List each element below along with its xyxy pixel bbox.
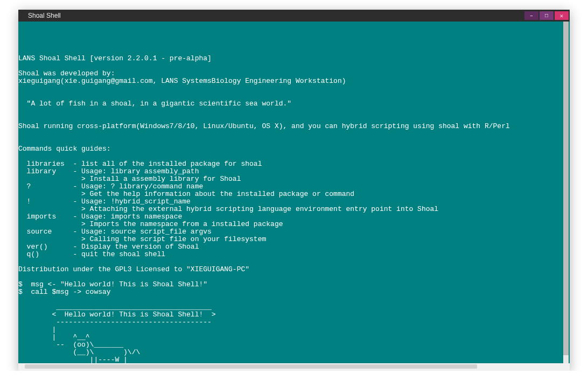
terminal-line <box>18 85 570 93</box>
terminal-line: Distribution under the GPL3 Licensed to … <box>18 266 570 273</box>
close-button[interactable]: ⨉ <box>555 11 569 20</box>
terminal-line: ! - Usage: !hybrid_script_name <box>18 198 570 206</box>
maximize-button[interactable]: □ <box>540 11 554 20</box>
terminal-line <box>18 138 570 145</box>
window-controls: – □ ⨉ <box>524 11 569 20</box>
terminal-line <box>18 153 570 160</box>
terminal-line: Commands quick guides: <box>18 145 570 153</box>
terminal-line: < Hello world! This is Shoal Shell! > <box>18 311 570 319</box>
terminal-line: LANS Shoal Shell [version 2.2.0.1 - pre-… <box>18 55 570 62</box>
terminal-line: q() - quit the shoal shell <box>18 251 570 258</box>
terminal-line: source - Usage: source script_file argvs <box>18 228 570 236</box>
terminal-line: > Install a assembly library for Shoal <box>18 175 570 183</box>
terminal-line: _____________________________________ <box>18 304 570 311</box>
terminal-line <box>18 273 570 281</box>
terminal-line: | ^__^ <box>18 334 570 341</box>
terminal-line: libraries - list all of the installed pa… <box>18 160 570 168</box>
terminal-line: (__)\ )\/\ <box>18 349 570 356</box>
terminal-line: > Attaching the external hybrid scriptin… <box>18 206 570 213</box>
terminal-line: > Imports the namespace from a installed… <box>18 221 570 228</box>
terminal-line <box>18 130 570 138</box>
titlebar: Shoal Shell – □ ⨉ <box>18 10 570 22</box>
terminal-line <box>18 296 570 304</box>
terminal-line <box>18 115 570 123</box>
horizontal-scrollbar-thumb[interactable] <box>25 364 477 369</box>
terminal-line: ||----W | <box>18 356 570 363</box>
app-window: Shoal Shell – □ ⨉ LANS Shoal Shell [vers… <box>18 10 570 371</box>
terminal-output[interactable]: LANS Shoal Shell [version 2.2.0.1 - pre-… <box>18 22 570 363</box>
terminal-line: Shoal was developed by: <box>18 70 570 77</box>
terminal-line: "A lot of fish in a shoal, in a gigantic… <box>18 100 570 108</box>
terminal-line: ------------------------------------- <box>18 319 570 326</box>
vertical-scrollbar-thumb[interactable] <box>563 22 569 355</box>
terminal-line: > Get the help information about the ins… <box>18 191 570 198</box>
terminal-line: -- (oo)\_______ <box>18 341 570 349</box>
terminal-line <box>18 108 570 115</box>
window-title: Shoal Shell <box>28 12 61 19</box>
minimize-button[interactable]: – <box>524 11 538 20</box>
terminal-line: library - Usage: library assembly_path <box>18 168 570 175</box>
terminal-line: $ call $msg -> cowsay <box>18 288 570 296</box>
horizontal-scrollbar[interactable] <box>18 363 570 371</box>
terminal-line <box>18 258 570 266</box>
terminal-line: ? - Usage: ? library/command name <box>18 183 570 191</box>
terminal-line: $ msg <- "Hello world! This is Shoal She… <box>18 281 570 288</box>
terminal-line: > Calling the script file on your filesy… <box>18 236 570 243</box>
terminal-line: ver() - Display the version of Shoal <box>18 243 570 251</box>
terminal-line <box>18 93 570 100</box>
terminal-line: imports - Usage: imports namespace <box>18 213 570 221</box>
terminal-line <box>18 62 570 70</box>
terminal-line: Shoal running cross-platform(Windows7/8/… <box>18 123 570 130</box>
terminal-line: xieguigang(xie.guigang@gmail.com, LANS S… <box>18 77 570 85</box>
terminal-line: | <box>18 326 570 334</box>
